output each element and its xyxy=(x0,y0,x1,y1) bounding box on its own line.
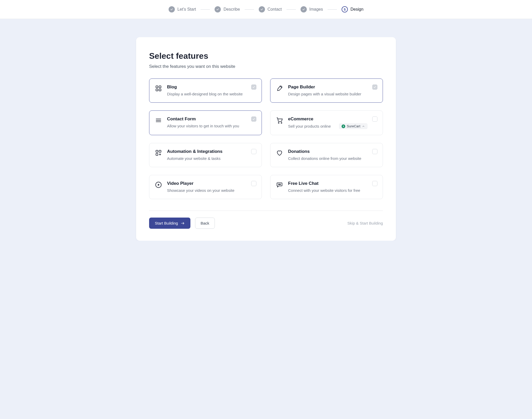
stepper: Let's Start Describe Contact Images 5 De… xyxy=(0,0,532,19)
badge-label: SureCart xyxy=(347,124,360,128)
feature-title: Video Player xyxy=(167,181,247,186)
step-label: Images xyxy=(309,7,323,12)
feature-title: Donations xyxy=(288,149,368,154)
feature-automation[interactable]: Automation & Integrations Automate your … xyxy=(149,143,262,167)
skip-start-building-link[interactable]: Skip & Start Building xyxy=(347,221,383,225)
divider xyxy=(149,211,383,211)
feature-checkbox[interactable] xyxy=(372,149,377,154)
feature-checkbox[interactable] xyxy=(372,181,377,186)
svg-rect-9 xyxy=(156,150,158,152)
back-button[interactable]: Back xyxy=(195,218,215,229)
feature-title: Automation & Integrations xyxy=(167,149,247,154)
feature-ecommerce[interactable]: eCommerce Sell your products online S Su… xyxy=(270,110,383,135)
feature-checkbox[interactable] xyxy=(372,116,377,122)
svg-point-7 xyxy=(278,122,279,123)
button-label: Start Building xyxy=(155,221,178,225)
cart-icon xyxy=(276,116,283,124)
arrow-right-icon xyxy=(181,221,185,225)
page-subtitle: Select the features you want on this web… xyxy=(149,64,383,69)
feature-desc: Collect donations online from your websi… xyxy=(288,156,368,161)
step-separator xyxy=(201,9,210,10)
step-label: Contact xyxy=(268,7,282,12)
feature-checkbox[interactable] xyxy=(372,84,377,90)
step-design[interactable]: 5 Design xyxy=(342,6,363,12)
svg-point-8 xyxy=(281,122,282,123)
feature-live-chat[interactable]: Free Live Chat Connect with your website… xyxy=(270,175,383,199)
feature-desc: Automate your website & tasks xyxy=(167,156,247,161)
check-icon xyxy=(215,6,221,12)
step-images[interactable]: Images xyxy=(301,6,323,12)
step-separator xyxy=(245,9,254,10)
play-icon xyxy=(155,181,162,189)
step-number-icon: 5 xyxy=(342,6,348,12)
feature-blog[interactable]: Blog Display a well-designed blog on the… xyxy=(149,78,262,103)
brush-icon xyxy=(276,84,283,92)
svg-rect-3 xyxy=(159,89,161,91)
feature-desc: Display a well-designed blog on the webs… xyxy=(167,91,247,97)
svg-rect-11 xyxy=(156,153,158,155)
feature-checkbox[interactable] xyxy=(251,84,256,90)
lines-icon xyxy=(155,116,162,124)
feature-title: eCommerce xyxy=(288,116,368,122)
feature-desc: Allow your visitors to get in touch with… xyxy=(167,123,247,129)
step-label: Let's Start xyxy=(177,7,196,12)
feature-checkbox[interactable] xyxy=(251,181,256,186)
surecart-badge[interactable]: S SureCart xyxy=(339,123,368,129)
step-lets-start[interactable]: Let's Start xyxy=(169,6,196,12)
feature-desc: Showcase your videos on your website xyxy=(167,188,247,193)
grid-icon xyxy=(155,84,162,92)
badge-dot-icon: S xyxy=(342,125,345,128)
check-icon xyxy=(301,6,307,12)
feature-title: Contact Form xyxy=(167,116,247,122)
feature-page-builder[interactable]: Page Builder Design pages with a visual … xyxy=(270,78,383,103)
feature-desc: Sell your products online xyxy=(288,123,331,129)
svg-marker-15 xyxy=(158,184,160,186)
heart-icon xyxy=(276,149,283,157)
step-label: Design xyxy=(350,7,363,12)
feature-checkbox[interactable] xyxy=(251,149,256,154)
svg-rect-10 xyxy=(159,150,161,152)
feature-title: Blog xyxy=(167,84,247,90)
step-contact[interactable]: Contact xyxy=(259,6,282,12)
step-label: Describe xyxy=(223,7,240,12)
feature-desc: Connect with your website visitors for f… xyxy=(288,188,368,193)
chat-icon xyxy=(276,181,283,189)
check-icon xyxy=(169,6,175,12)
svg-point-18 xyxy=(280,184,281,185)
page-title: Select features xyxy=(149,51,383,61)
feature-video-player[interactable]: Video Player Showcase your videos on you… xyxy=(149,175,262,199)
grid-plus-icon xyxy=(155,149,162,157)
feature-donations[interactable]: Donations Collect donations online from … xyxy=(270,143,383,167)
step-describe[interactable]: Describe xyxy=(215,6,240,12)
svg-point-17 xyxy=(279,184,280,185)
check-icon xyxy=(259,6,265,12)
chevron-up-icon xyxy=(362,125,365,128)
step-separator xyxy=(328,9,337,10)
feature-checkbox[interactable] xyxy=(251,116,256,122)
svg-rect-1 xyxy=(159,86,161,88)
feature-desc: Design pages with a visual website build… xyxy=(288,91,368,97)
svg-rect-0 xyxy=(156,86,158,88)
select-features-card: Select features Select the features you … xyxy=(136,37,396,241)
footer: Start Building Back Skip & Start Buildin… xyxy=(149,218,383,229)
start-building-button[interactable]: Start Building xyxy=(149,218,190,229)
feature-title: Page Builder xyxy=(288,84,368,90)
svg-point-16 xyxy=(278,184,279,185)
svg-rect-2 xyxy=(156,89,158,91)
features-grid: Blog Display a well-designed blog on the… xyxy=(149,78,383,199)
feature-contact-form[interactable]: Contact Form Allow your visitors to get … xyxy=(149,110,262,135)
feature-title: Free Live Chat xyxy=(288,181,368,186)
step-separator xyxy=(287,9,296,10)
